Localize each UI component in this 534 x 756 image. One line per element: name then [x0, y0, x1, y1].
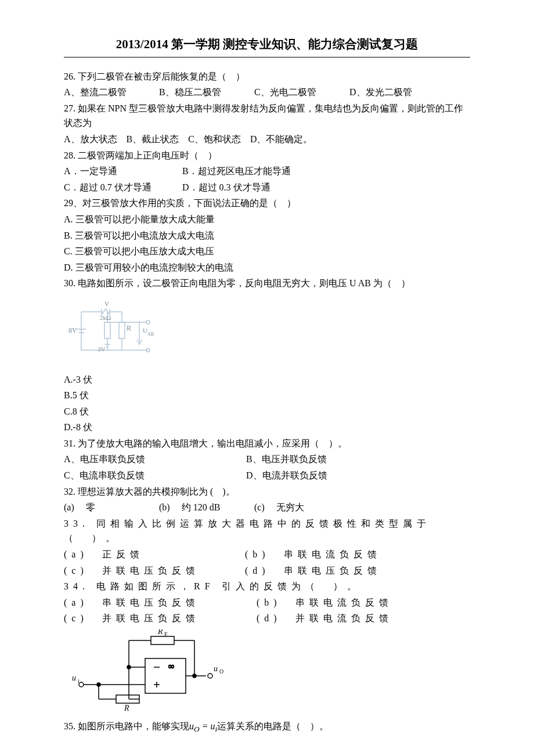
q35-stem: 35. 如图所示电路中，能够实现uO = ui运算关系的电路是（ ）。 [64, 719, 470, 736]
q30-opt-c: C.8 伏 [64, 404, 470, 419]
q27-options: A、放大状态 B、截止状态 C、饱和状态 D、不能确定。 [64, 132, 470, 147]
q26-opt-d: D、发光二极管 [349, 85, 442, 100]
svg-rect-4 [104, 322, 110, 339]
svg-text:3V: 3V [98, 345, 106, 352]
q31-opt-c: C、电流串联负反馈 [64, 468, 244, 483]
svg-point-15 [146, 321, 150, 324]
q28-opt-d: D．超过 0.3 伏才导通 [182, 182, 270, 192]
q31-row1: A、电压串联负反馈 B、电压并联负反馈 [64, 452, 470, 467]
q32-stem: 32. 理想运算放大器的共模抑制比为 ( )。 [64, 484, 470, 499]
q32-options: (a) 零 (b) 约 120 dB (c) 无穷大 [64, 500, 470, 515]
q30-opt-b: B.5 伏 [64, 388, 470, 403]
svg-rect-34 [151, 636, 174, 645]
q29-opt-a: A. 三极管可以把小能量放大成大能量 [64, 212, 470, 227]
svg-text:2kΩ: 2kΩ [100, 314, 111, 321]
page-header: 2013/2014 第一学期 测控专业知识、能力综合测试复习题 [64, 35, 470, 55]
svg-text:u: u [214, 664, 218, 673]
q26-opt-b: B、稳压二极管 [159, 85, 252, 100]
q28-row2: C．超过 0.7 伏才导通 D．超过 0.3 伏才导通 [64, 180, 470, 195]
q30-opt-a: A.-3 伏 [64, 372, 470, 387]
q31-row2: C、电流串联负反馈 D、电流并联负反馈 [64, 468, 470, 483]
q35-stem-post: 运算关系的电路是（ ）。 [217, 721, 329, 731]
svg-rect-26 [145, 658, 186, 693]
q34-circuit-icon: ∞ RF uO ui R [64, 629, 470, 715]
q29-stem: 29、对三极管放大作用的实质，下面说法正确的是（ ） [64, 196, 470, 211]
q34-row2: (c) 并联电压负反馈 (d) 并联电流负反馈 [64, 611, 470, 626]
q28-opt-a: A．一定导通 [64, 164, 180, 179]
q34-stem: 34. 电路如图所示，RF 引入的反馈为（ ）。 [64, 579, 470, 594]
q33-opt-a: (a) 正反馈 [64, 547, 238, 562]
q34-opt-b: (b) 串联电流负反馈 [257, 597, 393, 607]
svg-point-46 [79, 682, 84, 687]
svg-text:UAB: UAB [143, 327, 154, 337]
q31-opt-d: D、电流并联负反馈 [246, 470, 327, 480]
header-underline [64, 57, 470, 57]
svg-text:V: V [104, 300, 109, 307]
q28-stem: 28. 二极管两端加上正向电压时（ ） [64, 148, 470, 163]
q32-opt-c: (c) 无穷大 [254, 500, 347, 515]
svg-text:8V: 8V [68, 326, 77, 334]
q35-equation: uO = ui [189, 721, 217, 731]
q35-stem-pre: 35. 如图所示电路中，能够实现 [64, 721, 189, 731]
svg-text:R: R [124, 704, 129, 711]
svg-text:u: u [72, 674, 76, 682]
q33-opt-b: (b) 串联电流负反馈 [245, 549, 381, 559]
q31-opt-b: B、电压并联负反馈 [246, 454, 327, 464]
q28-row1: A．一定导通 B．超过死区电压才能导通 [64, 164, 470, 179]
q31-opt-a: A、电压串联负反馈 [64, 452, 244, 467]
q28-opt-b: B．超过死区电压才能导通 [182, 166, 291, 176]
q26-opt-a: A、整流二极管 [64, 85, 157, 100]
svg-point-32 [208, 674, 212, 678]
q30-stem: 30. 电路如图所示，设二极管正向电阻为零，反向电阻无穷大，则电压 U AB 为… [64, 276, 470, 291]
q34-row1: (a) 串联电压负反馈 (b) 串联电流负反馈 [64, 595, 470, 610]
svg-text:∞: ∞ [168, 662, 174, 671]
q29-opt-d: D. 三极管可用较小的电流控制较大的电流 [64, 260, 470, 275]
q26-opt-c: C、光电二极管 [254, 85, 347, 100]
svg-text:i: i [78, 678, 80, 684]
svg-point-40 [127, 665, 131, 669]
q29-opt-c: C. 三极管可以把小电压放大成大电压 [64, 244, 470, 259]
q29-opt-b: B. 三极管可以把小电流放大成大电流 [64, 228, 470, 243]
q32-opt-b: (b) 约 120 dB [159, 500, 252, 515]
svg-rect-5 [119, 322, 125, 339]
q26-stem: 26. 下列二极管在被击穿后能恢复的是（ ） [64, 69, 470, 84]
q34-opt-a: (a) 串联电压负反馈 [64, 595, 250, 610]
svg-point-48 [97, 683, 100, 686]
q30-opt-d: D.-8 伏 [64, 420, 470, 435]
q33-row1: (a) 正反馈 (b) 串联电流负反馈 [64, 547, 470, 562]
q33-stem: 33. 同相输入比例运算放大器电路中的反馈极性和类型属于（ ）。 [64, 516, 470, 546]
svg-text:R: R [127, 324, 131, 332]
q34-opt-d: (d) 并联电流负反馈 [257, 613, 393, 623]
q33-opt-d: (d) 串联电压负反馈 [245, 566, 381, 575]
q26-options: A、整流二极管 B、稳压二极管 C、光电二极管 D、发光二极管 [64, 85, 470, 100]
q31-stem: 31. 为了使放大电路的输入电阻增大，输出电阻减小，应采用（ ）。 [64, 436, 470, 451]
q33-row2: (c) 并联电压负反馈 (d) 串联电压负反馈 [64, 563, 470, 578]
q32-opt-a: (a) 零 [64, 500, 157, 515]
svg-text:R: R [157, 629, 163, 636]
q27-stem: 27. 如果在 NPN 型三极管放大电路中测得发射结为反向偏置，集电结也为反向偏… [64, 101, 470, 131]
svg-text:O: O [219, 668, 223, 675]
q30-circuit-icon: V 2kΩ R 8V 3V UAB [64, 294, 470, 369]
q33-opt-c: (c) 并联电压负反馈 [64, 563, 238, 578]
svg-text:F: F [164, 631, 168, 638]
q28-opt-c: C．超过 0.7 伏才导通 [64, 180, 180, 195]
q34-opt-c: (c) 并联电压负反馈 [64, 611, 250, 626]
